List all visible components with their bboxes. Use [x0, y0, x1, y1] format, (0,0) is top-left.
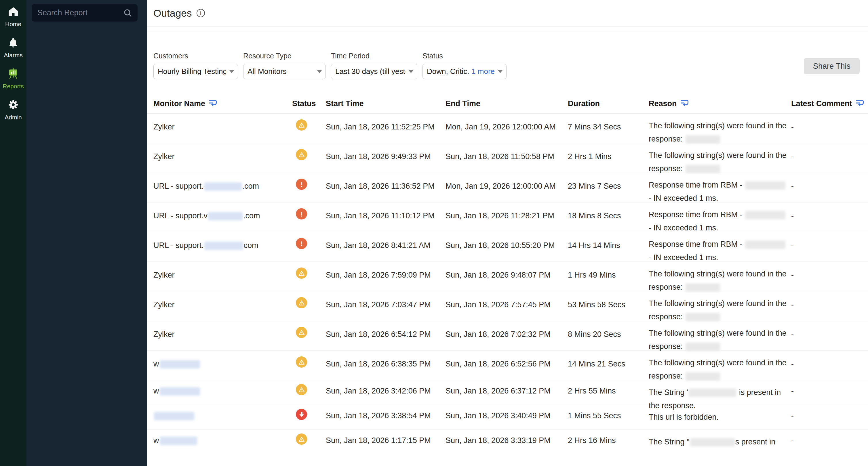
title-divider	[147, 27, 868, 30]
status-cell	[292, 321, 326, 353]
monitor-name-link[interactable]: Zylker	[153, 330, 175, 339]
monitor-name-link[interactable]: w	[153, 360, 159, 368]
filter-group-customers: CustomersHourly Billing Testing	[153, 52, 238, 79]
monitor-name-link[interactable]: .com	[242, 182, 259, 191]
gear-icon	[7, 99, 19, 111]
column-filter-icon[interactable]	[680, 100, 689, 109]
reason-text: - IN exceeded 1 ms.	[649, 224, 718, 232]
reason-cell: Response time from RBM - - IN exceeded 1…	[649, 232, 791, 264]
redacted-text	[160, 387, 200, 396]
monitor-name-cell[interactable]: Zylker	[147, 321, 292, 353]
search-input[interactable]	[37, 8, 123, 18]
column-filter-icon[interactable]	[856, 100, 864, 109]
search-icon[interactable]	[123, 8, 132, 18]
status-cell	[292, 262, 326, 294]
monitor-name-link[interactable]: URL - support.	[153, 182, 204, 191]
critical-status-icon	[296, 297, 307, 308]
monitor-name-link[interactable]: URL - support.	[153, 241, 204, 250]
monitor-name-link[interactable]: Zylker	[153, 152, 175, 161]
status-cell	[292, 113, 326, 145]
chevron-down-icon	[317, 70, 322, 73]
critical-status-icon	[296, 384, 307, 395]
info-icon[interactable]: i	[196, 9, 205, 17]
monitor-name-cell[interactable]: Zylker	[147, 262, 292, 294]
reason-cell: Response time from RBM - - IN exceeded 1…	[649, 202, 791, 234]
table-row: Zylker Sun, Jan 18, 2026 7:03:47 PM Sun,…	[147, 291, 868, 321]
duration-cell: 23 Mins 7 Secs	[568, 173, 649, 205]
sidebar-panel	[27, 0, 147, 466]
status-cell	[292, 173, 326, 205]
table-row: Zylker Sun, Jan 18, 2026 9:49:33 PM Sun,…	[147, 143, 868, 173]
reason-text: - IN exceeded 1 ms.	[649, 253, 718, 262]
monitor-name-link[interactable]: Zylker	[153, 300, 175, 309]
trouble-status-icon	[296, 208, 307, 220]
home-icon	[7, 6, 19, 19]
filter-select-resource-type[interactable]: All Monitors	[243, 64, 326, 79]
table-row: w Sun, Jan 18, 2026 6:38:35 PM Sun, Jan …	[147, 351, 868, 380]
page-title: Outages	[153, 7, 192, 19]
latest-comment-cell: -	[791, 291, 868, 323]
sidebar-item-reports[interactable]: Reports	[0, 68, 27, 90]
redacted-text	[745, 240, 785, 249]
filter-select-time-period[interactable]: Last 30 days (till yesterday)	[331, 64, 417, 79]
redacted-text	[685, 135, 720, 143]
latest-comment-cell: -	[791, 113, 868, 145]
main-content: Outages i CustomersHourly Billing Testin…	[147, 0, 868, 466]
reason-text: Response time from RBM -	[649, 210, 745, 219]
latest-comment-cell: -	[791, 202, 868, 234]
filter-select-status[interactable]: Down, Critic...1 more	[423, 64, 506, 79]
filter-value: All Monitors	[248, 67, 287, 76]
monitor-name-cell[interactable]: w	[147, 351, 292, 382]
more-statuses-link[interactable]: 1 more	[471, 67, 495, 76]
duration-cell: 1 Hrs 49 Mins	[568, 262, 649, 294]
redacted-text	[745, 181, 785, 190]
monitor-name-link[interactable]: Zylker	[153, 271, 175, 279]
monitor-name-cell[interactable]: URL - support.com	[147, 232, 292, 264]
column-header-monitor-name: Monitor Name	[147, 99, 292, 109]
reason-cell: The following string(s) were found in th…	[649, 262, 791, 294]
monitor-name-link[interactable]: w	[153, 387, 159, 395]
column-filter-icon[interactable]	[209, 100, 217, 109]
share-this-button[interactable]: Share This	[804, 58, 860, 74]
sidebar-item-alarms[interactable]: Alarms	[0, 37, 27, 59]
monitor-name-link[interactable]: com	[244, 241, 258, 250]
filter-select-customers[interactable]: Hourly Billing Testing	[153, 64, 238, 79]
report-search-box[interactable]	[32, 4, 137, 22]
monitor-name-cell[interactable]: Zylker	[147, 113, 292, 145]
redacted-text	[685, 165, 720, 173]
start-time-cell: Sun, Jan 18, 2026 3:38:54 PM	[326, 405, 445, 430]
column-header-duration: Duration	[568, 99, 649, 109]
reason-cell: The following string(s) were found in th…	[649, 321, 791, 353]
title-bar: Outages i	[147, 0, 868, 27]
sidebar-item-home[interactable]: Home	[0, 6, 27, 28]
duration-cell: 14 Hrs 14 Mins	[568, 232, 649, 264]
table-row: URL - support.v.com Sun, Jan 18, 2026 11…	[147, 202, 868, 232]
monitor-name-link[interactable]: URL - support.v	[153, 211, 208, 220]
table-row: w Sun, Jan 18, 2026 3:42:06 PM Sun, Jan …	[147, 380, 868, 405]
end-time-cell: Mon, Jan 19, 2026 12:00:00 AM	[445, 113, 568, 145]
monitor-name-cell[interactable]: URL - support.v.com	[147, 202, 292, 234]
sidebar-item-label: Home	[5, 21, 21, 28]
critical-status-icon	[296, 327, 307, 338]
end-time-cell: Sun, Jan 18, 2026 7:57:45 PM	[445, 291, 568, 323]
critical-status-icon	[296, 433, 307, 445]
monitor-name-cell[interactable]	[147, 405, 292, 430]
duration-cell: 1 Mins 55 Secs	[568, 405, 649, 430]
monitor-name-cell[interactable]: Zylker	[147, 143, 292, 175]
column-header-label: Reason	[649, 99, 677, 108]
monitor-name-link[interactable]: w	[153, 436, 159, 445]
critical-status-icon	[296, 120, 307, 131]
trouble-status-icon	[296, 179, 307, 190]
monitor-name-cell[interactable]: Zylker	[147, 291, 292, 323]
reason-text: This url is forbidden.	[649, 413, 719, 422]
column-header-end-time: End Time	[445, 99, 568, 109]
monitor-name-link[interactable]: .com	[243, 211, 260, 220]
start-time-cell: Sun, Jan 18, 2026 11:36:52 PM	[326, 173, 445, 205]
redacted-text	[204, 182, 242, 191]
end-time-cell: Sun, Jan 18, 2026 9:48:07 PM	[445, 262, 568, 294]
filter-value: Hourly Billing Testing	[158, 67, 226, 76]
redacted-text	[690, 438, 735, 446]
sidebar-item-admin[interactable]: Admin	[0, 99, 27, 121]
monitor-name-link[interactable]: Zylker	[153, 123, 175, 131]
monitor-name-cell[interactable]: URL - support..com	[147, 173, 292, 205]
